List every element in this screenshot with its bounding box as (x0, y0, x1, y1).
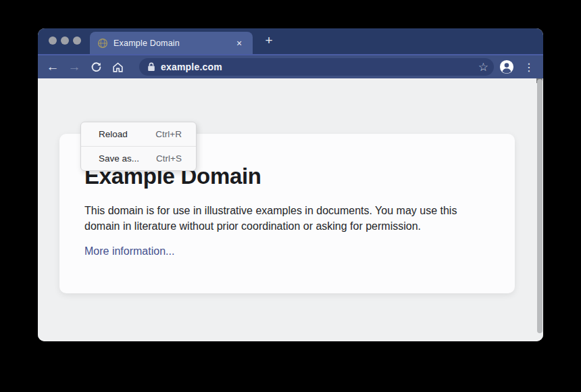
context-menu-item-save-as[interactable]: Save as... Ctrl+S (81, 147, 196, 170)
home-icon[interactable] (109, 59, 126, 75)
scrollbar-thumb[interactable] (537, 79, 542, 333)
context-menu: Reload Ctrl+R Save as... Ctrl+S (80, 122, 197, 171)
address-bar[interactable]: example.com ☆ (139, 58, 494, 76)
browser-menu-icon[interactable]: ⋮ (524, 61, 534, 74)
tab-close-icon[interactable]: × (234, 39, 245, 48)
globe-favicon-icon (97, 38, 108, 49)
more-information-link[interactable]: More information... (84, 245, 174, 258)
tab-title: Example Domain (113, 39, 234, 48)
forward-icon[interactable]: → (66, 59, 82, 75)
profile-avatar-icon[interactable] (499, 59, 514, 74)
browser-window: Example Domain × + ← → example.com ☆ (38, 28, 543, 341)
lock-icon (147, 62, 155, 72)
new-tab-button[interactable]: + (262, 34, 276, 47)
menu-item-shortcut: Ctrl+R (155, 129, 182, 139)
minimize-window-button[interactable] (61, 36, 69, 45)
title-bar: Example Domain × + (38, 28, 543, 54)
menu-item-label: Save as... (99, 153, 139, 164)
menu-item-label: Reload (99, 129, 128, 139)
browser-toolbar: ← → example.com ☆ ⋮ (38, 54, 543, 78)
page-paragraph: This domain is for use in illustrative e… (84, 203, 484, 234)
bookmark-star-icon[interactable]: ☆ (478, 62, 488, 73)
zoom-window-button[interactable] (73, 36, 81, 45)
close-window-button[interactable] (49, 36, 57, 45)
browser-tab[interactable]: Example Domain × (90, 32, 253, 54)
window-controls (49, 36, 81, 45)
context-menu-item-reload[interactable]: Reload Ctrl+R (81, 122, 196, 146)
reload-icon[interactable] (88, 59, 104, 75)
back-icon[interactable]: ← (45, 59, 61, 75)
url-text[interactable]: example.com (161, 62, 222, 72)
menu-item-shortcut: Ctrl+S (156, 153, 182, 164)
page-viewport: Example Domain This domain is for use in… (38, 78, 543, 341)
